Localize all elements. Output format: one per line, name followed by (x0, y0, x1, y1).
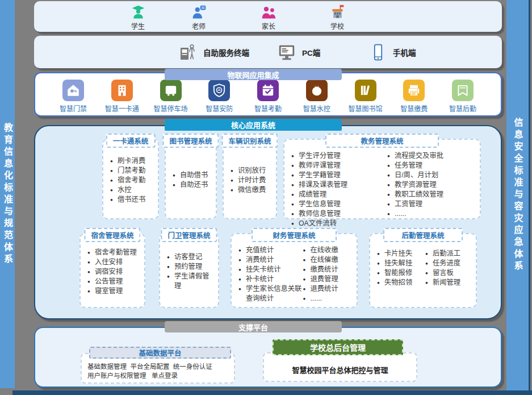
payment-icon (403, 80, 425, 101)
terminals-band: 自助服务终端 PC端 手机端 (34, 36, 502, 68)
iot-section-title: 物联网应用集成 (227, 69, 279, 80)
system-item: 入住安排 (87, 257, 137, 267)
system-box-gatekeeper: 门卫管理系统 访客登记预约管理学生请假管理 (159, 233, 219, 308)
system-item: 教师信息管理 (291, 209, 387, 219)
system-title: 一卡通系统 (106, 134, 156, 148)
system-item: 补卡统计 (238, 275, 303, 284)
system-item: 教职工绩效管理 (387, 190, 476, 199)
system-item: 退费管理 (303, 275, 354, 284)
library-icon (355, 80, 376, 101)
role-label: 学校 (315, 21, 360, 31)
iot-item-label: 智慧图书馆 (348, 103, 382, 113)
system-item: 任务管理 (387, 161, 476, 171)
system-item-list: 访客登记预约管理学生请假管理 (167, 252, 215, 291)
iot-item-water: 智慧水控 (295, 80, 339, 113)
core-section-tab: 核心应用系统 (165, 119, 342, 131)
system-item: 自助借书 (173, 171, 208, 180)
system-item: 任务进度 (425, 259, 472, 268)
system-item-list: 流程提交及审批任务管理日/周、月计划教学资源管理教职工绩效管理工资管理.....… (387, 151, 476, 219)
iot-item-logistics: 智慧后勤 (441, 80, 485, 113)
bottom-bar (12, 390, 532, 395)
iot-item-label: 智慧停车场 (153, 103, 187, 113)
system-title: 宿舍管理系统 (84, 228, 140, 242)
system-item: 留言板 (425, 268, 472, 278)
system-item: ...... (303, 294, 354, 303)
iot-item-onecard: 智慧一卡通 (100, 80, 144, 113)
terminal-phone: 手机端 (369, 36, 416, 68)
system-title: 车辆识别系统 (221, 134, 278, 148)
system-item: 流程提交及审批 (387, 151, 476, 161)
system-box-dormitory: 宿舍管理系统 宿舍考勤管理入住安排调宿安排公告管理寝室管理 (79, 233, 145, 308)
system-item: 智能报修 (377, 268, 425, 278)
school-backend-box: 智慧校园平台总体把控与管理 (263, 352, 417, 382)
iot-item-label: 智慧一卡通 (105, 103, 139, 113)
school-backend-header: 学校总后台管理 (273, 339, 403, 355)
left-pillar: 教育信息化标准与规范体系 (0, 0, 15, 388)
right-pillar: 信息安全标准与容灾应急体系 (506, 0, 530, 390)
iot-item-label: 智慧门禁 (60, 103, 87, 113)
system-item: 缴费统计 (303, 265, 354, 275)
system-item-list: 卡片挂失挂失解挂智能报修失物招领 (377, 249, 425, 288)
parking-icon (160, 80, 182, 101)
system-item: 门禁考勤 (110, 166, 145, 176)
school-icon (329, 4, 346, 20)
system-item-list: 自助借书自助还书 (173, 171, 208, 190)
terminal-kiosk: 自助服务终端 (177, 36, 249, 68)
system-item: 卡片挂失 (377, 249, 425, 259)
support-section-title: 支撑平台 (238, 322, 268, 332)
school-backend-text: 智慧校园平台总体把控与管理 (292, 360, 388, 375)
system-item: 消费统计 (238, 255, 303, 265)
security-icon (208, 80, 230, 101)
system-item: 学生请假管理 (167, 272, 215, 291)
iot-item-attendance: 智慧考勤 (246, 80, 290, 113)
pc-icon (277, 43, 296, 62)
system-item: 学生学籍管理 (291, 171, 387, 180)
system-item: 学生评分管理 (291, 151, 387, 161)
teacher-icon (191, 4, 207, 20)
onecard-icon (111, 80, 133, 101)
system-item: 学生信息管理 (291, 199, 387, 209)
system-item: 公告管理 (87, 277, 137, 286)
system-item: 工资管理 (387, 199, 476, 209)
system-item: ...... (387, 209, 476, 219)
water-icon (306, 80, 328, 101)
system-item: 自助还书 (173, 180, 208, 190)
role-teacher: 老师 (176, 4, 221, 31)
system-item: 访客登记 (167, 252, 215, 262)
system-item: 充值统计 (238, 246, 303, 255)
iot-item-parking: 智慧停车场 (149, 80, 193, 113)
system-box-academic: 教务管理系统 学生评分管理教师评课管理学生学籍管理排课及课表管理成绩管理学生信息… (283, 139, 481, 219)
iot-item-label: 智慧水控 (303, 103, 330, 113)
system-box-onecard: 一卡通系统 刷卡消费门禁考勤宿舍考勤水控借书还书 (102, 139, 159, 219)
role-parents: 家长 (246, 4, 291, 31)
base-data-platform-line: 用户账户与权限管理 单点登录 (87, 371, 234, 380)
system-item: 在线收缴 (303, 246, 354, 255)
core-section-title: 核心应用系统 (231, 119, 275, 130)
terminal-pc: PC端 (277, 36, 320, 68)
system-item-list: 充值统计消费统计挂失卡统计补卡统计学生家长信息关联查询统计 (238, 246, 303, 303)
system-item: 挂失卡统计 (238, 265, 303, 275)
system-item: 学生家长信息关联查询统计 (238, 284, 303, 303)
system-item: 成绩管理 (291, 190, 387, 199)
iot-section-tab: 物联网应用集成 (165, 69, 342, 80)
support-band: 基础数据平台 基础数据管理 平台全局配置 统一身份认证 用户账户与权限管理 单点… (34, 327, 502, 388)
system-item: 退费统计 (303, 284, 354, 294)
system-item: 水控 (110, 185, 145, 195)
system-item: 挂失解挂 (377, 259, 425, 268)
core-systems-band: 一卡通系统 刷卡消费门禁考勤宿舍考勤水控借书还书 图书管理系统 自助借书自助还书… (34, 125, 502, 319)
iot-item-library: 智慧图书馆 (344, 80, 388, 113)
role-school: 学校 (315, 4, 360, 31)
right-pillar-label: 信息安全标准与容灾应急体系 (511, 118, 525, 273)
system-item: 在线催缴 (303, 255, 354, 265)
system-item: 后勤派工 (425, 249, 472, 259)
role-label: 学生 (115, 21, 161, 31)
system-item: 排课及课表管理 (291, 180, 387, 190)
system-item-list: 刷卡消费门禁考勤宿舍考勤水控借书还书 (110, 156, 145, 205)
logistics-icon (452, 80, 474, 101)
system-title: 图书管理系统 (162, 134, 219, 148)
iot-row: 智慧门禁 智慧一卡通 (51, 80, 485, 113)
system-title: 财务管理系统 (252, 228, 337, 242)
system-item: 教师评课管理 (291, 161, 387, 171)
kiosk-icon (177, 42, 198, 63)
system-item: 宿舍考勤 (110, 176, 145, 185)
